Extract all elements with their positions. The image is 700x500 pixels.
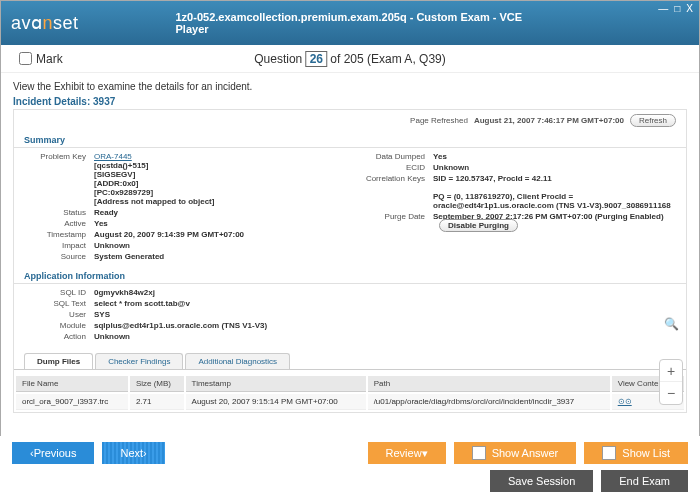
instruction-text: View the Exhibit to examine the details … — [13, 81, 687, 92]
disable-purging-button[interactable]: Disable Purging — [439, 219, 518, 232]
maximize-icon[interactable]: □ — [674, 3, 680, 14]
minimize-icon[interactable]: — — [658, 3, 668, 14]
mark-label: Mark — [36, 52, 63, 66]
previous-button[interactable]: ‹ Previous — [12, 442, 94, 464]
summary-heading: Summary — [14, 133, 686, 148]
refresh-time: August 21, 2007 7:46:17 PM GMT+07:00 — [474, 116, 624, 125]
refresh-label: Page Refreshed — [410, 116, 468, 125]
show-list-button[interactable]: Show List — [584, 442, 688, 464]
titlebar: avɑnset 1z0-052.examcollection.premium.e… — [1, 1, 699, 45]
window-title: 1z0-052.examcollection.premium.exam.205q… — [176, 11, 525, 35]
question-number: 26 — [306, 51, 327, 67]
refresh-button[interactable]: Refresh — [630, 114, 676, 127]
review-button[interactable]: Review ▾ — [368, 442, 446, 464]
tab-checker-findings[interactable]: Checker Findings — [95, 353, 183, 369]
problem-key-link[interactable]: ORA-7445 — [94, 152, 132, 161]
content-area: View the Exhibit to examine the details … — [1, 73, 699, 443]
zoom-in-button[interactable]: + — [660, 360, 682, 382]
table-row[interactable]: orcl_ora_9007_i3937.trc2.71August 20, 20… — [16, 394, 684, 410]
zoom-out-button[interactable]: − — [660, 382, 682, 404]
magnify-icon[interactable]: 🔍 — [664, 317, 679, 331]
close-icon[interactable]: X — [686, 3, 693, 14]
tab-additional-diagnostics[interactable]: Additional Diagnostics — [185, 353, 290, 369]
mark-checkbox[interactable] — [19, 52, 32, 65]
show-answer-button[interactable]: Show Answer — [454, 442, 577, 464]
appinfo-heading: Application Information — [14, 269, 686, 284]
question-bar: Mark Question 26 of 205 (Exam A, Q39) — [1, 45, 699, 73]
dump-files-table: File NameSize (MB)TimestampPathView Cont… — [14, 374, 686, 412]
view-contents-link[interactable]: ⊙⊙ — [618, 397, 632, 406]
tab-dump-files[interactable]: Dump Files — [24, 353, 93, 369]
end-exam-button[interactable]: End Exam — [601, 470, 688, 492]
next-button[interactable]: Next › — [102, 442, 164, 464]
incident-heading: Incident Details: 3937 — [13, 96, 687, 107]
logo: avɑnset — [11, 12, 79, 34]
save-session-button[interactable]: Save Session — [490, 470, 593, 492]
